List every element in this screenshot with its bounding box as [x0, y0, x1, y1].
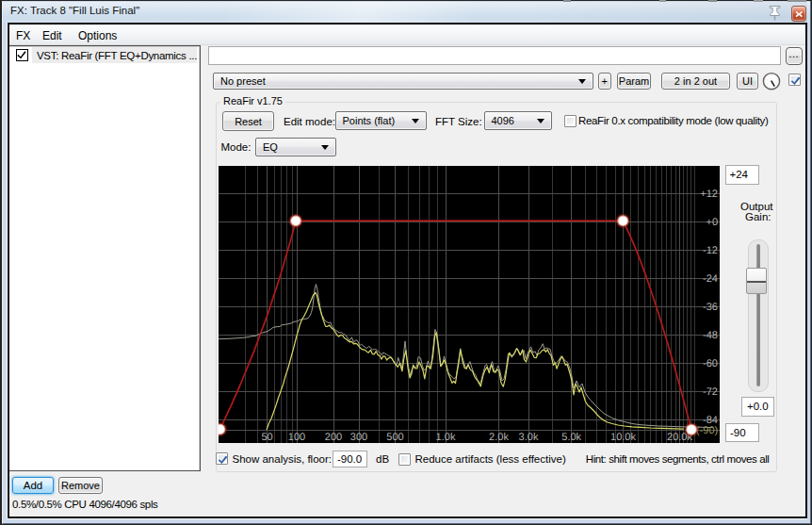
svg-text:-72: -72: [703, 386, 718, 398]
svg-text:10.0k: 10.0k: [610, 432, 636, 443]
svg-text:3.0k: 3.0k: [519, 432, 539, 443]
svg-text:(-90): (-90): [696, 425, 718, 436]
svg-text:500: 500: [386, 432, 403, 443]
svg-text:200: 200: [325, 432, 342, 443]
svg-text:-24: -24: [703, 273, 718, 285]
svg-text:+0: +0: [706, 217, 718, 228]
svg-text:5.0k: 5.0k: [561, 432, 581, 443]
svg-text:100: 100: [288, 432, 305, 443]
svg-text:1.0k: 1.0k: [436, 432, 456, 443]
svg-text:-12: -12: [703, 245, 718, 256]
svg-text:-60: -60: [703, 358, 718, 369]
svg-text:+12: +12: [700, 189, 718, 200]
svg-text:50: 50: [261, 432, 272, 443]
svg-text:-48: -48: [703, 330, 718, 341]
svg-text:-36: -36: [703, 302, 718, 313]
svg-text:300: 300: [350, 432, 367, 443]
svg-text:2.0k: 2.0k: [489, 432, 509, 443]
